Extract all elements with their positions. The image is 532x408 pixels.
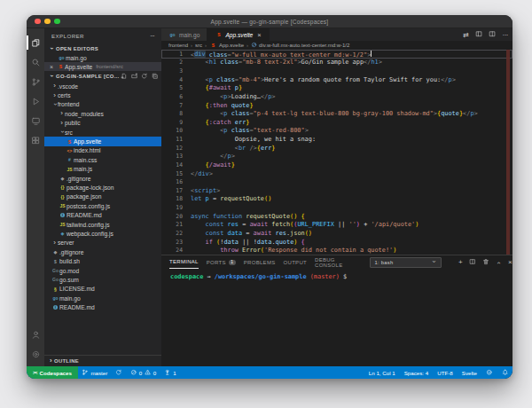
tree-item-readme-md[interactable]: iREADME.md	[44, 210, 161, 219]
close-panel-icon[interactable]: ×	[508, 259, 512, 266]
tree-item--gitignore[interactable]: ◆.gitignore	[44, 247, 161, 256]
refresh-icon[interactable]	[141, 73, 148, 81]
status-feedback[interactable]	[481, 366, 497, 379]
terminal-output[interactable]: codespace → /workspaces/go-gin-sample (m…	[161, 269, 512, 366]
tree-item-readme-md[interactable]: iREADME.md	[44, 302, 161, 311]
split-terminal-icon[interactable]	[469, 258, 476, 266]
more-actions-icon[interactable]: ···	[150, 32, 154, 40]
status-notifications[interactable]	[497, 366, 513, 379]
webpack-file-icon: ◈	[59, 231, 66, 236]
tree-item-license-md[interactable]: §LICENSE.md	[44, 285, 161, 294]
tree-item-main-css[interactable]: #main.css	[44, 155, 161, 164]
open-editors-header[interactable]: › OPEN EDITORS	[44, 43, 161, 53]
status-branch[interactable]: master	[78, 366, 112, 379]
breadcrumb[interactable]: frontend›src›SApp.svelte›div.w-full.mx-a…	[161, 41, 512, 50]
activity-explorer-icon[interactable]	[27, 33, 44, 52]
open-preview-icon[interactable]	[475, 30, 483, 39]
branch-icon	[82, 369, 89, 377]
status-language-mode[interactable]: Svelte	[458, 366, 481, 379]
activity-search-icon[interactable]	[27, 52, 44, 72]
code-line-4: 4 <p class="mb-4">Here's a random quote …	[161, 75, 512, 84]
tree-item-package-lock-json[interactable]: {}package-lock.json	[44, 183, 161, 192]
tree-item-label: certs	[58, 92, 71, 98]
tree-item-index-html[interactable]: <>index.html	[44, 146, 161, 155]
new-file-icon[interactable]	[121, 73, 128, 81]
status-indentation[interactable]: Spaces: 4	[400, 366, 434, 379]
activity-settings-icon[interactable]	[27, 344, 44, 364]
panel-tab-debug-console[interactable]: DEBUG CONSOLE	[315, 255, 350, 269]
line-number: 12	[161, 145, 183, 152]
tree-item-go-mod[interactable]: Gogo.mod	[44, 266, 161, 275]
remote-indicator[interactable]: ><Codespaces	[27, 366, 78, 379]
tree-item--gitignore[interactable]: ◆.gitignore	[44, 174, 161, 183]
activity-extensions-icon[interactable]	[27, 130, 44, 150]
kill-terminal-icon[interactable]	[482, 258, 489, 266]
code-editor[interactable]: 1<div class="w-full mx-auto text-center …	[161, 50, 512, 255]
breadcrumb-item[interactable]: frontend	[168, 43, 188, 48]
code-line-23: 23 if (!data || !data.quote) {	[161, 238, 512, 247]
minimize-window-button[interactable]	[44, 19, 51, 25]
maximize-panel-icon[interactable]: ›	[496, 259, 503, 265]
tree-item-postcss-config-js[interactable]: JSpostcss.config.js	[44, 201, 161, 210]
panel-tab-ports[interactable]: PORTS1	[207, 255, 236, 269]
activity-run-debug-icon[interactable]	[27, 91, 44, 111]
tree-item-go-sum[interactable]: Gogo.sum	[44, 275, 161, 284]
line-number: 2	[161, 59, 183, 66]
tree-item-frontend[interactable]: ›frontend	[44, 100, 161, 109]
outline-section-header[interactable]: › OUTLINE	[44, 355, 161, 366]
tree-item-src[interactable]: ›src	[44, 128, 161, 137]
open-changes-icon[interactable]: ⇄	[463, 31, 468, 39]
panel-tab-problems[interactable]: PROBLEMS	[244, 255, 276, 269]
status-problems[interactable]: 00	[126, 366, 160, 379]
tree-item-tailwind-config-js[interactable]: JStailwind.config.js	[44, 220, 161, 229]
panel-tab-terminal[interactable]: TERMINAL	[169, 255, 199, 269]
project-section-header[interactable]: › GO-GIN-SAMPLE [CO...	[44, 71, 161, 82]
tree-item--vscode[interactable]: ›.vscode	[44, 82, 161, 90]
activity-remote-explorer-icon[interactable]	[27, 111, 44, 130]
split-editor-icon[interactable]	[489, 30, 497, 39]
tree-item-label: .gitignore	[66, 176, 91, 182]
close-window-button[interactable]	[35, 19, 41, 25]
error-icon	[130, 369, 137, 377]
text-cursor	[371, 51, 372, 58]
tree-item-webpack-config-js[interactable]: ◈webpack.config.js	[44, 229, 161, 238]
editor-scrollbar[interactable]	[506, 50, 510, 255]
window-controls	[35, 15, 60, 27]
tree-item-main-go[interactable]: gomain.go	[44, 294, 161, 302]
editor-tab-app-svelte[interactable]: SApp.svelte×	[207, 28, 269, 41]
code-line-9: 9 {:catch err}	[161, 118, 512, 127]
tree-item-server[interactable]: ›server	[44, 239, 161, 247]
open-editor-item[interactable]: gomain.go	[44, 53, 161, 62]
status-cursor-position[interactable]: Ln 1, Col 1	[364, 366, 400, 379]
open-editor-item[interactable]: ×SApp.sveltefrontend/src	[44, 62, 161, 71]
tree-item-main-js[interactable]: JSmain.js	[44, 165, 161, 174]
collapse-all-icon[interactable]	[152, 73, 159, 81]
panel-tab-output[interactable]: OUTPUT	[284, 255, 307, 269]
close-icon[interactable]: ×	[50, 64, 56, 70]
tree-item-package-json[interactable]: {}package.json	[44, 192, 161, 201]
more-icon[interactable]: ···	[503, 31, 509, 39]
breadcrumb-item[interactable]: SApp.svelte	[209, 43, 244, 48]
status-sync[interactable]	[112, 366, 127, 379]
new-folder-icon[interactable]	[131, 73, 138, 81]
tree-item-build-sh[interactable]: $build.sh	[44, 256, 161, 265]
breadcrumb-item[interactable]: src	[195, 43, 202, 48]
status-encoding[interactable]: UTF-8	[433, 366, 458, 379]
tree-item-certs[interactable]: ›certs	[44, 90, 161, 99]
new-terminal-icon[interactable]: +	[458, 259, 463, 266]
close-icon[interactable]: ×	[257, 31, 261, 39]
activity-account-icon[interactable]	[27, 325, 44, 344]
maximize-window-button[interactable]	[54, 19, 60, 25]
code-line-22: 22 const data = await res.json()	[161, 229, 512, 238]
editor-tab-main-go[interactable]: gomain.go	[161, 28, 207, 41]
terminal-shell-select[interactable]: 1: bash ›	[370, 257, 442, 268]
chevron-right-icon: ›	[51, 82, 58, 90]
breadcrumb-item[interactable]: div.w-full.mx-auto.text-center.md:w-1/2	[251, 42, 349, 49]
status-ports[interactable]: 1	[160, 366, 180, 379]
line-number: 16	[161, 178, 183, 185]
code-line-content: </div>	[191, 170, 213, 177]
tree-item-app-svelte[interactable]: SApp.svelte	[44, 137, 161, 145]
tree-item-node-modules[interactable]: ›node_modules	[44, 109, 161, 118]
tree-item-public[interactable]: ›public	[44, 119, 161, 128]
activity-source-control-icon[interactable]	[27, 72, 44, 91]
